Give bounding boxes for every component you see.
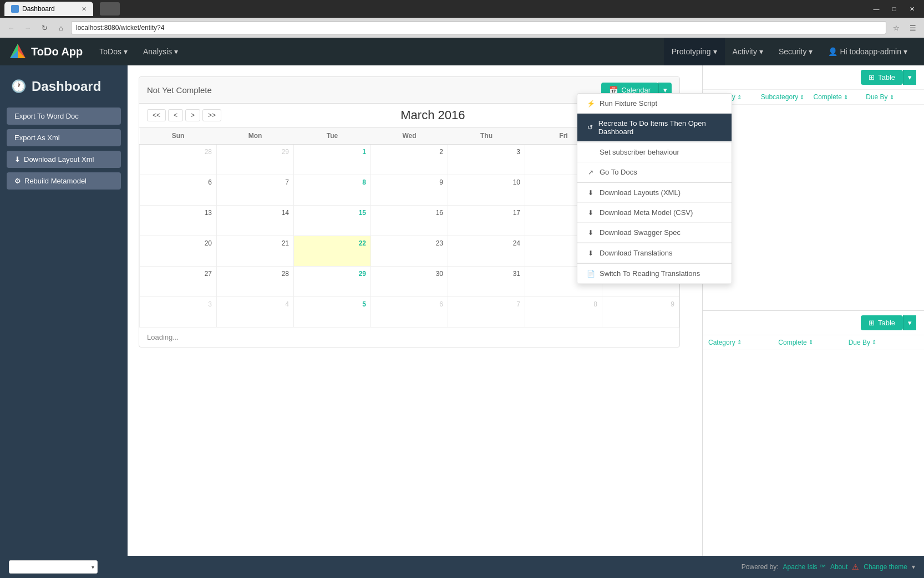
nav-user-label: Hi todoapp-admin [840,47,901,56]
nav-activity[interactable]: Activity ▾ [725,38,771,65]
dropdown-item[interactable]: Set subscriber behaviour [577,142,732,162]
reload-btn[interactable]: ↻ [38,21,51,34]
nav-prev-prev-btn[interactable]: << [147,109,166,121]
calendar-cell[interactable]: 17 [448,206,525,236]
footer-select[interactable] [9,560,98,574]
calendar-cell[interactable]: 24 [448,236,525,267]
dropdown-item[interactable]: ⬇Download Meta Model (CSV) [577,203,732,223]
apache-isis-link[interactable]: Apache Isis ™ [783,563,826,571]
nav-analysis[interactable]: Analysis ▾ [135,38,186,65]
calendar-cell[interactable]: 9 [602,297,679,328]
calendar-cell[interactable]: 2 [371,145,448,175]
download-layout-btn[interactable]: ⬇ Download Layout Xml [7,151,121,168]
table-header-row-bottom: ⊞ Table ▾ [703,311,924,335]
calendar-cell[interactable]: 30 [371,267,448,297]
calendar-cell[interactable]: 23 [371,236,448,267]
bookmark-btn[interactable]: ☆ [890,21,903,34]
dropdown-item[interactable]: ⬇Download Swagger Spec [577,223,732,243]
table-btn-top[interactable]: ⊞ Table [861,70,903,85]
nav-security[interactable]: Security ▾ [771,38,821,65]
maximize-btn[interactable]: □ [886,3,902,14]
calendar-cell[interactable]: 3 [140,297,217,328]
close-btn[interactable]: ✕ [904,3,920,14]
dropdown-item[interactable]: ⚡Run Fixture Script [577,94,732,114]
dropdown-item-icon: 📄 [586,270,595,278]
calendar-cell[interactable]: 13 [140,206,217,236]
calendar-cell[interactable]: 16 [371,206,448,236]
change-theme-link[interactable]: Change theme [864,563,907,571]
calendar-cell[interactable]: 27 [140,267,217,297]
col-category-bottom[interactable]: Category ⇕ [708,339,778,346]
nav-prev-btn[interactable]: < [168,109,183,121]
calendar-cell[interactable]: 8 [525,297,602,328]
calendar-cell[interactable]: 29 [217,145,294,175]
nav-activity-caret: ▾ [759,47,763,56]
calendar-cell[interactable]: 31 [448,267,525,297]
col-due-by-label-top: Due By [866,93,887,101]
calendar-cell[interactable]: 15 [294,206,371,236]
minimize-btn[interactable]: — [869,3,884,14]
col-due-by-bottom[interactable]: Due By ⇕ [849,339,918,346]
table-header-row-top: ⊞ Table ▾ [703,65,924,90]
calendar-cell[interactable]: 1 [294,145,371,175]
calendar-cell[interactable]: 10 [448,175,525,206]
table-btn-bottom[interactable]: ⊞ Table [861,315,903,330]
nav-next-next-btn[interactable]: >> [202,109,221,121]
export-xml-btn[interactable]: Export As Xml [7,129,121,146]
calendar-cell[interactable]: 6 [371,297,448,328]
dropdown-item[interactable]: ↺Recreate To Do Items Then Open Dashboar… [577,114,732,142]
browser-tab[interactable]: Dashboard ✕ [4,2,93,16]
col-complete-top[interactable]: Complete ⇕ [814,93,866,101]
home-btn[interactable]: ⌂ [54,21,68,34]
tab-close-icon[interactable]: ✕ [82,6,87,13]
new-tab-btn[interactable] [100,2,120,16]
calendar-cell[interactable]: 22 [294,236,371,267]
col-due-by-label-bottom: Due By [849,339,870,346]
nav-user[interactable]: 👤 Hi todoapp-admin ▾ [820,38,915,65]
table-dropdown-bottom[interactable]: ▾ [903,315,916,330]
calendar-cell[interactable]: 3 [448,145,525,175]
nav-prototyping[interactable]: Prototyping ▾ [664,38,725,65]
col-due-by-top[interactable]: Due By ⇕ [866,93,918,101]
table-dropdown-top[interactable]: ▾ [903,70,916,85]
footer-right: Powered by: Apache Isis ™ About ⚠ Change… [742,562,915,571]
sidebar-header: 🕐 Dashboard [0,74,128,105]
main-content: 🕐 Dashboard Export To Word Doc Export As… [0,65,924,556]
calendar-cell[interactable]: 20 [140,236,217,267]
calendar-cell[interactable]: 21 [217,236,294,267]
nav-next-btn[interactable]: > [185,109,200,121]
export-word-btn[interactable]: Export To Word Doc [7,108,121,125]
about-link[interactable]: About [830,563,847,571]
calendar-cell[interactable]: 14 [217,206,294,236]
dropdown-item[interactable]: 📄Switch To Reading Translations [577,264,732,284]
dropdown-item[interactable]: ⬇Download Translations [577,243,732,263]
col-complete-bottom[interactable]: Complete ⇕ [778,339,848,346]
calendar-cell[interactable]: 7 [217,175,294,206]
sort-icon-subcategory: ⇕ [800,94,804,100]
rebuild-metamodel-btn[interactable]: ⚙ Rebuild Metamodel [7,172,121,190]
calendar-cell[interactable]: 7 [448,297,525,328]
forward-btn[interactable]: → [21,21,34,34]
calendar-cell[interactable]: 4 [217,297,294,328]
calendar-cell[interactable]: 29 [294,267,371,297]
back-btn[interactable]: ← [4,21,18,34]
calendar-cell[interactable]: 28 [217,267,294,297]
dropdown-item[interactable]: ⬇Download Layouts (XML) [577,183,732,203]
calendar-cell[interactable]: 6 [140,175,217,206]
calendar-cell[interactable]: 9 [371,175,448,206]
calendar-cell[interactable]: 8 [294,175,371,206]
col-headers-top: Category ⇕ Subcategory ⇕ Complete ⇕ [703,90,924,105]
dropdown-item-icon: ⬇ [586,209,595,217]
menu-btn[interactable]: ☰ [906,21,920,34]
nav-activity-label: Activity [733,47,757,56]
window-controls: — □ ✕ [869,3,920,14]
navbar-brand[interactable]: ToDo App [9,43,83,60]
nav-todos[interactable]: ToDos ▾ [92,38,135,65]
calendar-cell[interactable]: 5 [294,297,371,328]
calendar-cell[interactable]: 28 [140,145,217,175]
tab-favicon [11,5,19,13]
rebuild-metamodel-label: Rebuild Metamodel [24,177,87,185]
col-subcategory-top[interactable]: Subcategory ⇕ [761,93,814,101]
address-bar[interactable]: localhost:8080/wicket/entity?4 [71,21,886,34]
dropdown-item[interactable]: ↗Go To Docs [577,162,732,182]
